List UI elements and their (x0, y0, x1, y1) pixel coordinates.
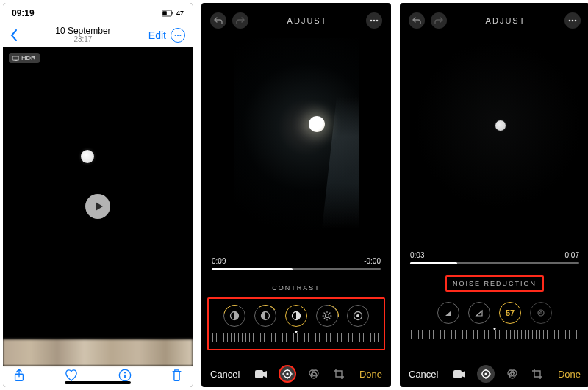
redo-icon (434, 16, 443, 25)
share-button[interactable] (13, 369, 25, 385)
knob-sharpness[interactable] (437, 302, 459, 324)
adjust-dial-icon (481, 369, 491, 379)
moon-subject (81, 150, 94, 163)
knob-contrast-a[interactable] (223, 305, 245, 327)
home-indicator[interactable] (65, 381, 131, 384)
svg-rect-29 (255, 370, 263, 378)
redo-button[interactable] (232, 12, 248, 29)
svg-point-46 (484, 372, 487, 375)
battery-indicator: 47 (162, 10, 184, 17)
editor-canvas[interactable] (234, 38, 359, 250)
svg-rect-11 (124, 374, 126, 378)
done-button[interactable]: Done (558, 369, 581, 380)
svg-rect-44 (453, 370, 462, 378)
svg-rect-1 (162, 11, 167, 15)
more-button[interactable] (171, 28, 185, 43)
undo-icon (214, 16, 223, 25)
adjust-dial-icon (282, 369, 293, 379)
crop-icon (532, 369, 542, 379)
editor-title: ADJUST (486, 16, 526, 25)
undo-button[interactable] (409, 12, 425, 29)
knob-next[interactable] (530, 302, 552, 324)
knob-brightness[interactable] (316, 305, 338, 327)
editor-canvas[interactable] (404, 38, 585, 244)
photo-canvas[interactable]: HDR (3, 47, 193, 339)
knob-definition[interactable] (468, 302, 490, 324)
undo-button[interactable] (210, 12, 226, 29)
hdr-badge: HDR (9, 53, 40, 63)
adjust-noise-reduction-screen: ADJUST 0:03 -0:07 NOISE REDUCTION 57 Can… (400, 3, 588, 387)
redo-button[interactable] (431, 12, 447, 29)
heart-icon (65, 369, 78, 381)
svg-point-42 (538, 310, 544, 316)
svg-point-31 (286, 372, 288, 375)
status-time: 09:19 (12, 8, 35, 18)
mode-crop[interactable] (331, 366, 346, 381)
photo-title: 10 September 23:17 (55, 26, 110, 44)
editor-modes (452, 365, 545, 383)
mode-filters[interactable] (306, 366, 321, 381)
video-icon (453, 370, 465, 378)
ellipsis-icon (174, 34, 182, 37)
adjustment-label-highlight: NOISE REDUCTION (445, 275, 544, 292)
svg-point-41 (575, 20, 577, 22)
adjustment-slider[interactable] (411, 330, 578, 339)
play-button[interactable] (85, 194, 110, 219)
svg-rect-2 (172, 12, 173, 14)
editor-more-button[interactable] (564, 12, 581, 29)
redo-icon (236, 16, 245, 25)
moon-subject (495, 120, 506, 131)
cancel-button[interactable]: Cancel (409, 369, 438, 380)
knob-contrast-selected[interactable] (285, 305, 307, 327)
mode-adjust[interactable] (279, 365, 296, 383)
svg-point-39 (569, 20, 571, 22)
moon-subject (309, 116, 325, 132)
svg-point-4 (177, 35, 179, 36)
editor-more-button[interactable] (366, 12, 382, 29)
trim-scrubber[interactable] (212, 268, 381, 270)
mode-crop[interactable] (530, 366, 545, 381)
knob-vignette[interactable] (347, 305, 369, 327)
editor-bottombar: Cancel Done (400, 361, 588, 387)
adjustment-knobs (223, 305, 369, 327)
editor-title: ADJUST (287, 16, 328, 25)
edit-button[interactable]: Edit (148, 29, 166, 41)
adjustment-controls-highlight (207, 297, 385, 350)
dot-ring-icon (353, 311, 363, 321)
photo-time: 23:17 (55, 35, 110, 44)
thumbnail-strip[interactable] (3, 339, 193, 366)
delete-button[interactable] (171, 369, 182, 385)
editor-bottombar: Cancel Done (201, 361, 391, 387)
share-icon (13, 369, 25, 382)
trim-remaining: -0:00 (364, 257, 381, 265)
trim-remaining: -0:07 (562, 251, 579, 259)
triangle-outline-icon (475, 308, 484, 317)
done-button[interactable]: Done (359, 369, 382, 380)
filters-icon (507, 369, 517, 379)
mode-video[interactable] (452, 366, 467, 381)
cancel-button[interactable]: Cancel (210, 369, 240, 380)
screen-icon (12, 56, 19, 61)
filters-icon (309, 369, 319, 379)
trim-readout: 0:03 -0:07 (400, 251, 588, 259)
ellipsis-icon (568, 19, 577, 22)
nav-bar: 10 September 23:17 Edit (3, 24, 193, 47)
trim-elapsed: 0:09 (212, 257, 226, 265)
ellipsis-icon (370, 19, 379, 22)
editor-modes (254, 365, 346, 383)
adjustment-label: CONTRAST (201, 284, 391, 292)
knob-noise-reduction-value[interactable]: 57 (499, 302, 521, 324)
trim-elapsed: 0:03 (410, 251, 424, 259)
photos-viewer-screen: 09:19 47 10 September 23:17 Edit HDR (3, 3, 193, 387)
back-button[interactable] (10, 29, 18, 41)
knob-contrast-b[interactable] (254, 305, 276, 327)
mode-video[interactable] (254, 366, 268, 381)
trim-scrubber[interactable] (410, 262, 579, 264)
editor-topbar: ADJUST (201, 3, 391, 38)
mode-adjust[interactable] (477, 365, 495, 383)
svg-point-12 (370, 20, 373, 22)
svg-point-40 (572, 20, 574, 22)
adjustment-slider[interactable] (212, 333, 380, 342)
mode-filters[interactable] (505, 366, 520, 381)
status-bar: 09:19 47 (3, 3, 193, 24)
